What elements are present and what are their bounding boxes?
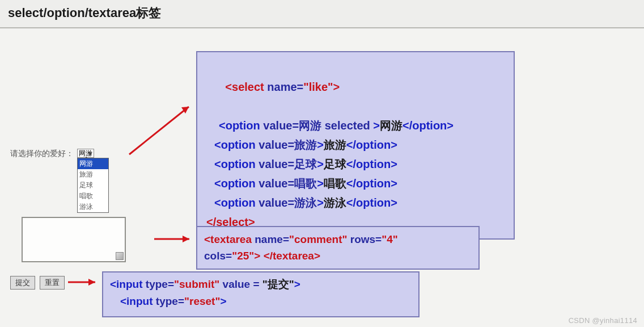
arrow-icon xyxy=(68,277,103,290)
option-item[interactable]: 足球 xyxy=(78,180,108,191)
select-hobby[interactable]: 网游 网游 旅游 足球 唱歌 游泳 xyxy=(77,148,94,158)
select-label: 请选择你的爱好： xyxy=(10,149,74,159)
button-row: 提交 重置 xyxy=(10,276,67,290)
code-box-inputs: <input type="submit" value = "提交"> <inpu… xyxy=(102,271,420,317)
watermark: CSDN @yinhai1114 xyxy=(569,316,637,325)
page-title: select/option/textarea标签 xyxy=(0,0,644,28)
reset-button[interactable]: 重置 xyxy=(40,276,65,290)
code-box-textarea: <textarea name="comment" rows="4" cols="… xyxy=(196,226,480,270)
option-item[interactable]: 唱歌 xyxy=(78,191,108,202)
code-box-select: <select name="like"> <option value=网游 se… xyxy=(196,51,515,240)
svg-line-0 xyxy=(129,107,189,154)
svg-marker-5 xyxy=(88,279,95,286)
option-item[interactable]: 旅游 xyxy=(78,169,108,180)
option-item[interactable]: 网游 xyxy=(78,158,108,169)
form-preview: 请选择你的爱好： 网游 网游 旅游 足球 唱歌 游泳 xyxy=(10,148,132,159)
arrow-icon xyxy=(129,102,198,161)
select-value: 网游 xyxy=(77,149,94,158)
submit-button[interactable]: 提交 xyxy=(10,276,35,290)
option-item[interactable]: 游泳 xyxy=(78,202,108,212)
resize-handle-icon[interactable] xyxy=(116,252,124,260)
textarea-preview[interactable] xyxy=(22,217,126,262)
svg-marker-3 xyxy=(183,236,189,242)
content-area: 请选择你的爱好： 网游 网游 旅游 足球 唱歌 游泳 提交 重置 xyxy=(0,28,644,327)
select-dropdown[interactable]: 网游 旅游 足球 唱歌 游泳 xyxy=(77,158,109,213)
arrow-icon xyxy=(154,234,198,246)
